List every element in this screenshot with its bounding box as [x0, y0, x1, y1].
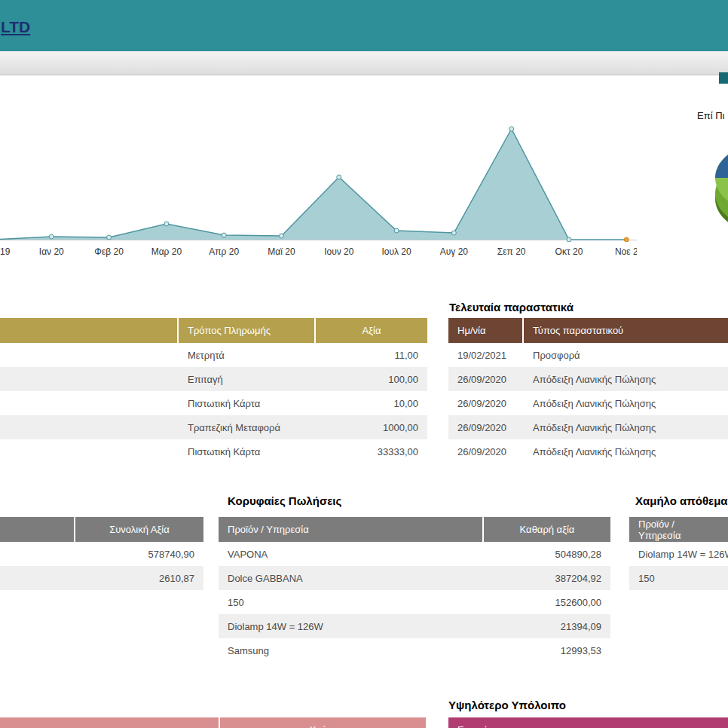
totals-col-total: Συνολική Αξία: [75, 517, 203, 542]
top-sales-col-value: Καθαρή αξία: [484, 517, 610, 542]
totals-row: 578740,90: [0, 542, 203, 566]
documents-cell-date: 19/02/2021: [448, 343, 522, 367]
chart-point: [394, 228, 399, 233]
top-sales-cell-product: Diolamp 14W = 126W: [219, 614, 482, 638]
documents-header-row: Ημ/νία Τύπος παραστατικού: [448, 318, 728, 343]
totals-header-row: Συνολική Αξία: [0, 517, 203, 542]
chart-point: [509, 127, 514, 131]
top-sales-row: 150 152600,00: [219, 590, 610, 614]
payments-table: Τρόπος Πληρωμής Αξία Μετρητά 11,00 Επιτα…: [0, 318, 427, 463]
chart-x-label: 19: [0, 246, 23, 257]
top-sales-table: Προϊόν / Υπηρεσία Καθαρή αξία VAPONA 504…: [219, 517, 610, 662]
chart-point: [49, 234, 54, 239]
chart-x-label: Απρ 20: [195, 246, 252, 257]
debt-table: Χρέος: [0, 717, 426, 728]
payments-cell-hidden: [0, 367, 177, 391]
chart-x-label: Ιουν 20: [310, 246, 368, 257]
documents-cell-type: Απόδειξη Λιανικής Πώλησης: [524, 439, 728, 463]
top-header-bar: LTD: [0, 0, 728, 51]
documents-col-type: Τύπος παραστατικού: [524, 318, 728, 343]
documents-row: 26/09/2020 Απόδειξη Λιανικής Πώλησης: [448, 367, 728, 391]
pie-chart-label: Επί Πι: [697, 110, 724, 121]
top-sales-row: Samsung 12993,53: [219, 638, 610, 662]
low-stock-table: Προϊόν / Υπηρεσία Diolamp 14W = 126W 150: [629, 517, 728, 590]
documents-row: 26/09/2020 Απόδειξη Λιανικής Πώλησης: [448, 391, 728, 415]
totals-col-hidden: [0, 517, 74, 542]
documents-row: 19/02/2021 Προσφορά: [448, 343, 728, 367]
company-link[interactable]: LTD: [1, 18, 30, 36]
low-stock-cell-product: Diolamp 14W = 126W: [629, 542, 728, 566]
top-sales-cell-product: Dolce GABBANA: [219, 566, 482, 590]
top-sales-cell-value: 152600,00: [484, 590, 610, 614]
highest-balance-col-contact: Επαφή: [448, 717, 728, 728]
pie-top-blue-slice: [715, 140, 728, 178]
payments-cell-hidden: [0, 439, 177, 463]
chart-x-label: Ιαν 20: [23, 246, 80, 257]
payments-cell-method: Πιστωτική Κάρτα: [179, 391, 314, 415]
payments-row: Μετρητά 11,00: [0, 343, 427, 367]
payments-cell-value: 1000,00: [316, 415, 427, 439]
top-sales-col-product: Προϊόν / Υπηρεσία: [219, 517, 482, 542]
top-sales-cell-value: 387204,92: [484, 566, 610, 590]
top-sales-cell-product: VAPONA: [219, 542, 482, 566]
documents-cell-date: 26/09/2020: [448, 391, 522, 415]
payments-cell-method: Τραπεζική Μεταφορά: [179, 415, 314, 439]
payments-cell-value: 11,00: [316, 343, 427, 367]
chart-x-label: Σεπ 20: [483, 246, 540, 257]
top-sales-cell-product: 150: [219, 590, 482, 614]
chart-point: [280, 234, 284, 238]
top-sales-title: Κορυφαίες Πωλήσεις: [228, 494, 341, 507]
low-stock-header-row: Προϊόν / Υπηρεσία: [629, 517, 728, 542]
low-stock-row: 150: [629, 566, 728, 590]
top-sales-row: Diolamp 14W = 126W 21394,09: [219, 614, 610, 638]
payments-col-hidden: [0, 318, 177, 343]
latest-documents-table: Ημ/νία Τύπος παραστατικού 19/02/2021 Προ…: [448, 318, 728, 463]
nav-fragment: [719, 72, 728, 84]
documents-cell-date: 26/09/2020: [448, 415, 522, 439]
payments-cell-hidden: [0, 343, 177, 367]
chart-point: [222, 233, 226, 237]
payments-col-value: Αξία: [316, 318, 427, 343]
totals-cell-hidden: [0, 566, 74, 590]
top-sales-cell-product: Samsung: [219, 638, 482, 662]
payments-cell-hidden: [0, 415, 177, 439]
chart-point: [164, 222, 169, 226]
payments-row: Επιταγή 100,00: [0, 367, 427, 391]
payments-row: Πιστωτική Κάρτα 33333,00: [0, 439, 427, 463]
documents-cell-type: Απόδειξη Λιανικής Πώλησης: [524, 415, 728, 439]
low-stock-col-product: Προϊόν / Υπηρεσία: [629, 517, 728, 542]
totals-cell-value: 578740,90: [75, 542, 203, 566]
latest-documents-title: Τελευταία παραστατικά: [449, 301, 574, 314]
debt-header-row: Χρέος: [0, 717, 426, 728]
payments-row: Πιστωτική Κάρτα 10,00: [0, 391, 427, 415]
payments-cell-value: 33333,00: [316, 439, 427, 463]
debt-col-debt: Χρέος: [220, 717, 426, 728]
low-stock-cell-product: 150: [629, 566, 728, 590]
chart-x-labels: 19Ιαν 20Φεβ 20Μαρ 20Απρ 20Μαϊ 20Ιουν 20Ι…: [0, 246, 637, 260]
chart-x-label: Αυγ 20: [425, 246, 482, 257]
chart-point: [567, 237, 571, 242]
highest-balance-header-row: Επαφή: [448, 717, 728, 728]
chart-x-label: Ιουλ 20: [368, 246, 425, 257]
chart-point: [107, 235, 112, 240]
chart-x-label: Φεβ 20: [81, 246, 138, 257]
documents-cell-date: 26/09/2020: [448, 439, 522, 463]
highest-balance-title: Υψηλότερο Υπόλοιπο: [448, 699, 566, 711]
documents-cell-date: 26/09/2020: [448, 367, 522, 391]
chart-x-label: Μαϊ 20: [253, 246, 310, 257]
documents-cell-type: Προσφορά: [524, 343, 728, 367]
payments-cell-method: Επιταγή: [179, 367, 314, 391]
credit-pie-chart: [711, 136, 728, 237]
payments-row: Τραπεζική Μεταφορά 1000,00: [0, 415, 427, 439]
toolbar-strip: [0, 51, 728, 75]
chart-x-label: Οκτ 20: [540, 246, 598, 257]
top-sales-cell-value: 12993,53: [484, 638, 610, 662]
payments-cell-method: Μετρητά: [179, 343, 314, 367]
top-sales-header-row: Προϊόν / Υπηρεσία Καθαρή αξία: [219, 517, 610, 542]
line-chart-svg: [0, 87, 637, 242]
documents-col-date: Ημ/νία: [448, 318, 522, 343]
payments-cell-value: 100,00: [316, 367, 427, 391]
chart-point: [337, 175, 341, 179]
documents-row: 26/09/2020 Απόδειξη Λιανικής Πώλησης: [448, 415, 728, 439]
low-stock-title: Χαμήλο απόθεμα: [635, 494, 728, 507]
